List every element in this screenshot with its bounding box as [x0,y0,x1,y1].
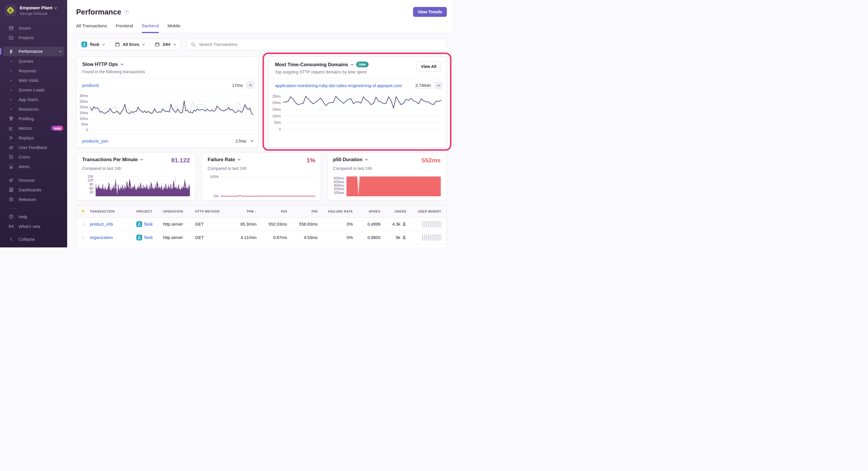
column-header-user-misery[interactable]: USER MISERY [412,210,446,213]
column-header-users[interactable]: USERS [386,210,412,213]
sidebar-item-releases[interactable]: Releases [0,195,67,204]
sidebar-item-queries[interactable]: Queries [0,56,67,66]
chevron-down-icon [142,43,145,45]
bullet-icon [8,99,14,100]
sidebar-item-resources[interactable]: Resources [0,104,67,114]
date-range-filter[interactable]: 24H [149,39,181,50]
sidebar-item-performance[interactable]: Performance [3,46,64,56]
sidebar-item-alerts[interactable]: Alerts [0,162,67,171]
search-input[interactable] [198,42,442,47]
collapse-row-button[interactable] [434,81,442,89]
org-user: George Gritsouk [20,11,57,16]
sidebar-item-user-feedback[interactable]: User Feedback [0,142,67,152]
org-switcher[interactable]: Empower Plant George Gritsouk [0,0,67,19]
chevron-down-icon[interactable] [140,158,143,161]
transaction-link[interactable]: product_info [90,222,113,227]
column-header-failure-rate[interactable]: FAILURE RATE [323,210,358,213]
sidebar-item-dashboards[interactable]: Dashboards [0,185,67,195]
y-tick-label: 5ms [82,122,88,126]
help-circle-icon[interactable]: ? [124,9,129,14]
user-misery-bars [422,234,441,241]
sidebar-item-requests[interactable]: Requests [0,66,67,75]
sidebar-item-collapse[interactable]: Collapse [0,234,67,244]
y-tick-label: 0 [86,128,88,132]
column-header-apdex[interactable]: APDEX [358,210,386,213]
sidebar-item-app-starts[interactable]: App Starts [0,95,67,104]
operation-cell: http.server [163,222,195,227]
domain-row: application-monitoring-ruby-dot-sales-en… [269,79,446,92]
view-trends-button[interactable]: View Trends [413,7,447,17]
domains-chart: 25ms20ms15ms10ms5ms0 [270,95,441,129]
app-window: Empower Plant George Gritsouk IssuesProj… [0,0,452,247]
collapse-row-button[interactable] [246,81,254,89]
column-header-project[interactable]: PROJECT [136,210,163,213]
sidebar-item-issues[interactable]: Issues [0,23,67,33]
transaction-link[interactable]: organization [90,235,113,240]
y-axis: 100%0% [208,175,221,196]
column-header-operation[interactable]: OPERATION [163,210,195,213]
chevron-down-icon[interactable] [350,63,353,66]
transaction-link[interactable]: products [82,83,99,88]
metric-cards-row: Transactions Per Minute 81.122 Compared … [76,152,447,201]
sidebar-item-label: Issues [19,26,31,31]
most-time-consuming-domains-card: Most Time-Consuming Domains new Top outg… [269,56,447,148]
y-axis: 500ms400ms300ms200ms100ms [333,175,346,196]
chevron-down-icon[interactable] [238,158,240,161]
tab-backend[interactable]: Backend [142,23,159,33]
sidebar-item-replays[interactable]: Replays [0,133,67,142]
sidebar-item-metrics[interactable]: Metricsbeta [0,124,67,133]
column-header-tpm[interactable]: TPM↓ [231,209,261,213]
tab-all-transactions[interactable]: All Transactions [76,23,107,33]
alerts-icon [8,164,14,170]
tpm-cell: 65.3/min [231,222,261,227]
date-range-label: 24H [162,42,170,47]
y-tick-label: 60 [90,187,93,191]
sidebar-nav: IssuesProjectsPerformanceQueriesRequests… [0,23,67,231]
sidebar-item-label: Performance [19,49,43,54]
apdex-cell: 0.9903 [358,235,386,240]
tpm-cell: 4.11/min [231,235,261,240]
plot-area [221,175,315,196]
beta-badge: beta [51,126,63,131]
sidebar-item-help[interactable]: Help [0,212,67,222]
favorite-star-icon[interactable]: ☆ [81,221,85,227]
column-header-p95[interactable]: P95 [292,210,323,213]
issues-icon [8,25,14,31]
card-subtitle: Compared to last 24h [333,166,441,171]
plot-area [96,175,190,196]
project-filter[interactable]: flask [76,39,110,50]
y-tick-label: 150 [88,174,93,178]
project-link[interactable]: flask [144,235,153,240]
sidebar-item-profiling[interactable]: Profiling [0,114,67,124]
sidebar-item-projects[interactable]: Projects [0,33,67,42]
tab-frontend[interactable]: Frontend [116,23,133,33]
sidebar-item-what-s-new[interactable]: What's new [0,222,67,231]
column-header-http-method[interactable]: HTTP METHOD [195,210,231,213]
filter-bar: flask All Envs 24H [76,39,447,50]
environment-filter[interactable]: All Envs [110,39,149,50]
project-link[interactable]: flask [144,222,153,227]
favorite-star-icon[interactable]: ☆ [81,234,85,240]
chevron-down-icon [102,43,105,45]
y-tick-label: 15ms [272,107,281,111]
sidebar-item-label: User Feedback [19,145,47,150]
chevron-down-icon[interactable] [120,62,123,65]
column-header-p50[interactable]: P50 [261,210,292,213]
sidebar-item-crons[interactable]: Crons [0,152,67,162]
expand-row-button[interactable] [250,140,254,142]
favorite-star-icon[interactable]: ★ [81,208,85,214]
sidebar-item-discover[interactable]: Discover [0,175,67,185]
transaction-link[interactable]: products_join [82,138,108,143]
tab-mobile[interactable]: Mobile [167,23,180,33]
chevron-down-icon[interactable] [365,158,368,161]
column-header-transaction[interactable]: TRANSACTION [90,210,136,213]
view-all-button[interactable]: View All [416,62,441,71]
y-axis: 25ms20ms15ms10ms5ms0 [270,95,283,129]
tpm-value: 81.122 [171,157,190,164]
sidebar-item-web-vitals[interactable]: Web Vitals [0,75,67,85]
domain-link[interactable]: application-monitoring-ruby-dot-sales-en… [275,83,402,88]
user-icon [402,235,406,240]
sidebar-item-screen-loads[interactable]: Screen Loads [0,85,67,95]
table-row-product-info: ☆product_infoflaskhttp.serverGET65.3/min… [76,217,446,231]
org-name: Empower Plant [20,5,52,10]
